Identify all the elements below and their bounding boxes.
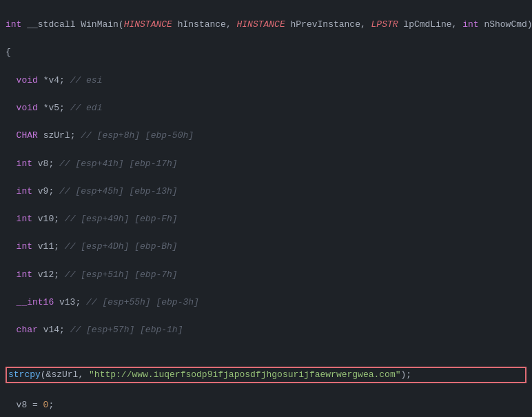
line-5: CHAR szUrl; // [esp+8h] [ebp-50h] (6, 129, 526, 143)
line-3: void *v4; // esi (6, 74, 526, 88)
code-view: int __stdcall WinMain(HINSTANCE hInstanc… (0, 0, 532, 417)
line-10: int v12; // [esp+51h] [ebp-7h] (6, 268, 526, 282)
line-9: int v11; // [esp+4Dh] [ebp-Bh] (6, 240, 526, 254)
line-11: __int16 v13; // [esp+55h] [ebp-3h] (6, 296, 526, 309)
line-7: int v9; // [esp+45h] [ebp-13h] (6, 185, 526, 199)
line-6: int v8; // [esp+41h] [ebp-17h] (6, 157, 526, 171)
line-12: char v14; // [esp+57h] [ebp-1h] (6, 323, 526, 337)
line-4: void *v5; // edi (6, 101, 526, 115)
highlight-strcpy: strcpy(&szUrl, "http://www.iuqerfsodp9if… (6, 367, 526, 383)
line-v8: v8 = 0; (6, 398, 526, 412)
line-2: { (6, 45, 526, 59)
line-8: int v10; // [esp+49h] [ebp-Fh] (6, 212, 526, 226)
line-1: int __stdcall WinMain(HINSTANCE hInstanc… (6, 18, 526, 32)
